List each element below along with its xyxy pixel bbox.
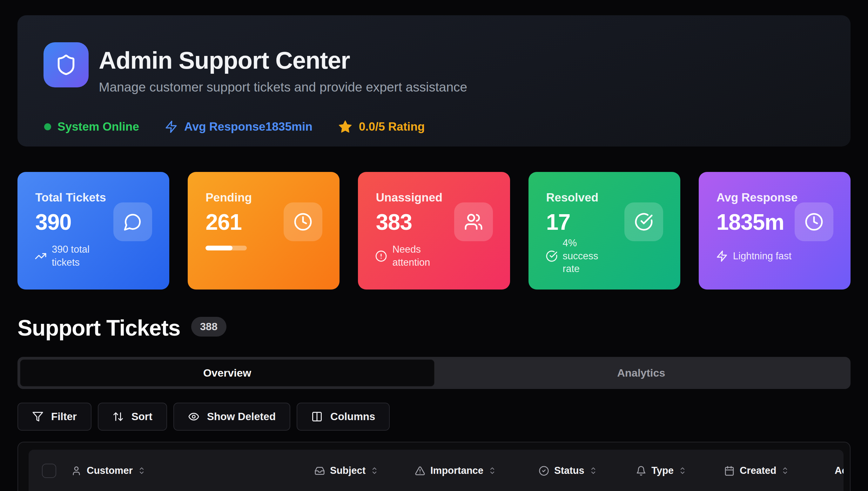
column-label: Actions	[835, 465, 843, 476]
stat-label: Total Tickets	[35, 191, 106, 204]
zap-icon	[716, 250, 728, 262]
stat-cards-row: Total Tickets 390 390 total tickets Pend…	[18, 172, 850, 290]
stat-icon-badge	[113, 202, 152, 241]
column-header-actions[interactable]: Actions	[835, 450, 843, 491]
eye-icon	[188, 411, 199, 422]
stat-footer-text: Needs attention	[392, 243, 438, 269]
page-subtitle: Manage customer support tickets and prov…	[99, 80, 467, 95]
check-circle-icon	[546, 250, 558, 262]
status-avg-response: Avg Response1835min	[164, 120, 312, 134]
stat-label: Avg Response	[716, 191, 798, 204]
ticket-count-badge: 388	[191, 317, 226, 337]
stat-footer: 4% success rate	[546, 235, 615, 277]
tab-overview[interactable]: Overview	[20, 359, 434, 386]
stat-card-unassigned: Unassigned 383 Needs attention	[358, 172, 510, 290]
sort-chevrons-icon	[489, 466, 496, 476]
app-icon-badge	[43, 42, 89, 87]
stat-icon-badge	[454, 202, 493, 241]
pending-progress-bar	[206, 246, 247, 251]
column-header-subject[interactable]: Subject	[314, 450, 378, 491]
stat-icon-badge	[284, 202, 322, 241]
alert-triangle-icon	[415, 466, 425, 476]
stat-footer-text: 390 total tickets	[52, 243, 96, 269]
column-label: Status	[554, 465, 584, 476]
bell-icon	[636, 466, 646, 476]
trending-up-icon	[35, 250, 47, 262]
users-icon	[464, 212, 483, 231]
status-label: System Online	[58, 120, 139, 134]
stat-card-pending: Pending 261	[188, 172, 340, 290]
stat-card-total-tickets: Total Tickets 390 390 total tickets	[18, 172, 169, 290]
stat-value: 1835m	[716, 209, 784, 235]
column-label: Importance	[430, 465, 484, 476]
stat-footer: 390 total tickets	[35, 235, 96, 277]
status-row: System Online Avg Response1835min 0.0/5 …	[44, 119, 425, 134]
column-header-created[interactable]: Created	[724, 450, 789, 491]
stat-card-resolved: Resolved 17 4% success rate	[528, 172, 680, 290]
sort-chevrons-icon	[781, 466, 789, 476]
tabs-bar: Overview Analytics	[18, 357, 850, 389]
calendar-icon	[724, 466, 735, 476]
stat-footer: Lightning fast	[716, 235, 812, 277]
inbox-icon	[314, 466, 325, 476]
column-header-status[interactable]: Status	[539, 450, 597, 491]
header-card: Admin Support Center Manage customer sup…	[18, 15, 850, 146]
filter-icon	[32, 411, 43, 422]
stat-card-avg-response: Avg Response 1835m Lightning fast	[699, 172, 850, 290]
stat-footer: Needs attention	[375, 235, 438, 277]
page-title: Admin Support Center	[99, 47, 467, 74]
button-label: Sort	[131, 411, 152, 423]
button-label: Columns	[330, 411, 375, 423]
circle-check-icon	[539, 466, 549, 476]
status-label: 0.0/5 Rating	[359, 120, 425, 134]
button-label: Show Deleted	[207, 411, 276, 423]
sort-chevrons-icon	[679, 466, 686, 476]
column-header-type[interactable]: Type	[636, 450, 686, 491]
columns-button[interactable]: Columns	[297, 403, 390, 431]
status-rating: 0.0/5 Rating	[338, 119, 425, 134]
tab-analytics[interactable]: Analytics	[434, 359, 848, 386]
sort-chevrons-icon	[138, 466, 146, 476]
check-circle-icon	[634, 212, 653, 231]
column-label: Created	[740, 465, 776, 476]
section-title: Support Tickets	[18, 315, 180, 341]
column-header-customer[interactable]: Customer	[71, 450, 146, 491]
stat-value: 17	[546, 209, 570, 235]
alert-circle-icon	[375, 250, 387, 262]
dot-icon	[44, 123, 51, 130]
stat-label: Resolved	[546, 191, 599, 204]
toolbar: Filter Sort Show Deleted Columns	[18, 403, 390, 431]
stat-label: Unassigned	[376, 191, 442, 204]
button-label: Filter	[51, 411, 77, 423]
sort-chevrons-icon	[589, 466, 597, 476]
message-circle-icon	[123, 212, 142, 231]
column-label: Customer	[87, 465, 133, 476]
stat-label: Pending	[206, 191, 252, 204]
table-header-row: Customer Subject Importance	[29, 450, 843, 491]
stat-footer-text: Lightning fast	[733, 250, 812, 263]
clock-icon	[804, 212, 824, 231]
filter-button[interactable]: Filter	[18, 403, 91, 431]
column-header-importance[interactable]: Importance	[415, 450, 496, 491]
columns-icon	[311, 411, 323, 422]
column-label: Subject	[330, 465, 366, 476]
star-icon	[338, 119, 352, 134]
status-system-online: System Online	[44, 120, 139, 134]
show-deleted-button[interactable]: Show Deleted	[174, 403, 290, 431]
stat-value: 390	[35, 209, 71, 235]
sort-chevrons-icon	[371, 466, 378, 476]
clock-icon	[293, 212, 312, 231]
tickets-table: Customer Subject Importance	[18, 442, 850, 491]
status-label: Avg Response1835min	[184, 120, 312, 134]
column-label: Type	[651, 465, 674, 476]
sort-button[interactable]: Sort	[98, 403, 167, 431]
stat-icon-badge	[624, 202, 663, 241]
stat-value: 261	[206, 209, 242, 235]
zap-icon	[164, 120, 178, 134]
shield-icon	[55, 54, 77, 76]
select-all-checkbox[interactable]	[42, 464, 56, 478]
stat-value: 383	[376, 209, 412, 235]
stat-footer-text: 4% success rate	[563, 237, 615, 276]
arrow-up-down-icon	[113, 411, 124, 422]
pending-progress-fill	[206, 246, 232, 251]
